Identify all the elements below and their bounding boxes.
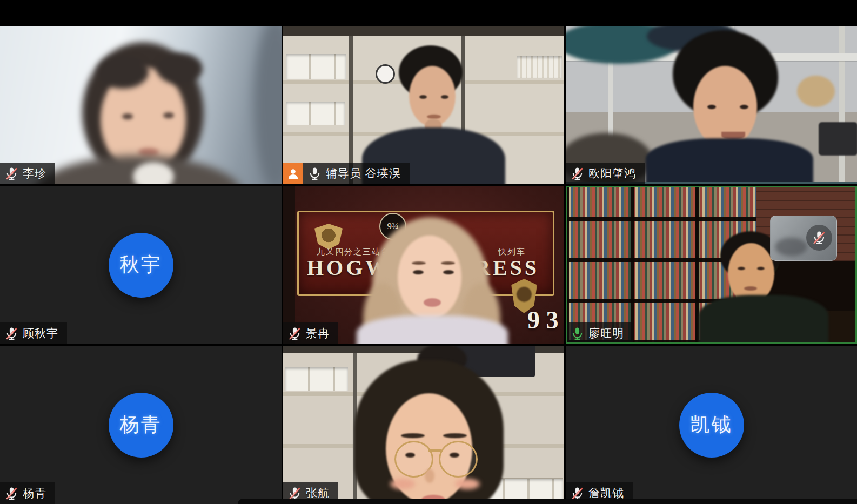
pip-shape bbox=[775, 238, 807, 256]
participant-name-label: 欧阳肇鸿 bbox=[566, 163, 645, 184]
eye-right bbox=[163, 112, 174, 118]
window-shadow bbox=[254, 26, 282, 184]
brow-left bbox=[401, 433, 425, 438]
tile-ouyang-zhaohong[interactable]: 欧阳肇鸿 bbox=[566, 26, 857, 184]
tile-zhang-hang[interactable]: 张航 bbox=[283, 346, 564, 504]
video-feed bbox=[566, 186, 857, 344]
eye-right bbox=[450, 453, 459, 458]
avatar-text: 凯钺 bbox=[691, 412, 733, 438]
label-main: 顾秋宇 bbox=[0, 322, 67, 344]
blush-right bbox=[455, 479, 480, 489]
mic-on-icon bbox=[307, 166, 322, 181]
wall-clock bbox=[376, 64, 395, 84]
tile-liao-wangming[interactable]: 廖旺明 bbox=[566, 186, 857, 344]
avatar: 秋宇 bbox=[109, 233, 173, 298]
brow-left bbox=[412, 261, 426, 265]
eye-right bbox=[441, 95, 448, 99]
video-feed bbox=[0, 26, 282, 184]
label-main: 景冉 bbox=[283, 322, 338, 344]
participant-name: 李珍 bbox=[23, 166, 46, 181]
books bbox=[517, 56, 562, 78]
video-feed bbox=[566, 26, 857, 184]
eye-right bbox=[443, 270, 454, 274]
label-main: 李珍 bbox=[0, 163, 55, 184]
brow-right bbox=[443, 433, 467, 438]
mic-muted-icon bbox=[4, 326, 19, 341]
glasses-bridge bbox=[428, 449, 441, 452]
participant-name-label: 李珍 bbox=[0, 163, 55, 184]
monitor bbox=[819, 122, 857, 156]
label-main: 廖旺明 bbox=[566, 322, 633, 344]
platform-number: 9 3 bbox=[527, 308, 559, 333]
tile-jing-ran[interactable]: 9¾ 九又四分之三站台 快列车 HOGWART RESS 9 3 bbox=[283, 186, 564, 344]
eye-left bbox=[738, 267, 745, 270]
eye-left bbox=[419, 95, 427, 99]
mic-muted-icon bbox=[4, 166, 19, 181]
glasses-right-lens bbox=[439, 441, 478, 478]
shirt bbox=[699, 295, 828, 344]
storage-boxes bbox=[286, 54, 346, 79]
nose bbox=[425, 469, 434, 483]
avatar: 杨青 bbox=[109, 393, 173, 458]
mic-muted-icon bbox=[812, 230, 827, 245]
tile-gu-yinghao[interactable]: 辅导员 谷瑛淏 bbox=[283, 26, 564, 184]
top-black-bar bbox=[0, 0, 857, 26]
participant-name: 景冉 bbox=[306, 326, 330, 341]
participant-name: 杨青 bbox=[23, 486, 46, 501]
tile-zhan-kaiyue[interactable]: 凯钺 詹凯钺 bbox=[566, 346, 857, 504]
participant-name: 顾秋宇 bbox=[23, 326, 58, 341]
participant-name-label: 廖旺明 bbox=[566, 322, 633, 344]
lips bbox=[424, 298, 441, 307]
tile-gu-qiuyu[interactable]: 秋宇 顾秋宇 bbox=[0, 186, 282, 344]
participant-name-label: 景冉 bbox=[283, 322, 338, 344]
eye-left bbox=[122, 113, 133, 119]
avatar-text: 杨青 bbox=[120, 412, 162, 438]
mouth bbox=[744, 286, 757, 291]
storage-boxes bbox=[286, 102, 345, 125]
participant-name: 辅导员 谷瑛淏 bbox=[326, 166, 401, 181]
eye-left bbox=[413, 270, 424, 274]
meeting-window: 李珍 bbox=[0, 0, 857, 504]
participant-name-label: 杨青 bbox=[0, 482, 55, 504]
avatar: 凯钺 bbox=[679, 393, 744, 458]
blush-left bbox=[390, 479, 415, 489]
pip-mic-muted-overlay bbox=[806, 225, 832, 251]
platform-text-right: 快列车 bbox=[498, 247, 526, 256]
mouth bbox=[427, 115, 441, 119]
bag-beige bbox=[797, 76, 835, 107]
mouth bbox=[138, 148, 159, 156]
video-feed bbox=[283, 26, 564, 184]
eye-right bbox=[740, 105, 748, 109]
eye-right bbox=[757, 267, 765, 270]
shirt bbox=[357, 315, 508, 344]
shirt bbox=[646, 138, 813, 184]
participant-name: 廖旺明 bbox=[588, 326, 624, 341]
brow-right bbox=[441, 261, 455, 265]
video-feed bbox=[283, 346, 564, 504]
label-main: 杨青 bbox=[0, 482, 55, 504]
eye-left bbox=[707, 105, 716, 109]
bangs-right bbox=[157, 53, 203, 84]
mic-muted-icon bbox=[287, 326, 302, 341]
face bbox=[398, 236, 461, 319]
bottom-taskbar-edge bbox=[238, 499, 857, 504]
video-feed: 9¾ 九又四分之三站台 快列车 HOGWART RESS 9 3 bbox=[283, 186, 564, 344]
eye-left bbox=[405, 453, 415, 458]
participant-grid: 李珍 bbox=[0, 26, 857, 504]
mic-muted-icon bbox=[570, 166, 585, 181]
pip-self-view[interactable] bbox=[770, 216, 837, 261]
person-icon bbox=[286, 167, 300, 180]
participant-name-label: 顾秋宇 bbox=[0, 322, 67, 344]
tile-li-zhen[interactable]: 李珍 bbox=[0, 26, 282, 184]
mic-speaking-icon bbox=[570, 326, 585, 341]
participant-name: 欧阳肇鸿 bbox=[588, 166, 636, 181]
storage-boxes bbox=[285, 367, 348, 391]
participant-name-label: 辅导员 谷瑛淏 bbox=[283, 163, 410, 184]
tile-yang-qing[interactable]: 杨青 杨青 bbox=[0, 346, 282, 504]
label-main: 欧阳肇鸿 bbox=[566, 163, 645, 184]
host-badge-icon bbox=[283, 163, 303, 184]
avatar-text: 秋宇 bbox=[120, 252, 162, 278]
mic-muted-icon bbox=[4, 486, 19, 501]
bangs-left bbox=[97, 55, 149, 89]
label-main: 辅导员 谷瑛淏 bbox=[303, 163, 410, 184]
